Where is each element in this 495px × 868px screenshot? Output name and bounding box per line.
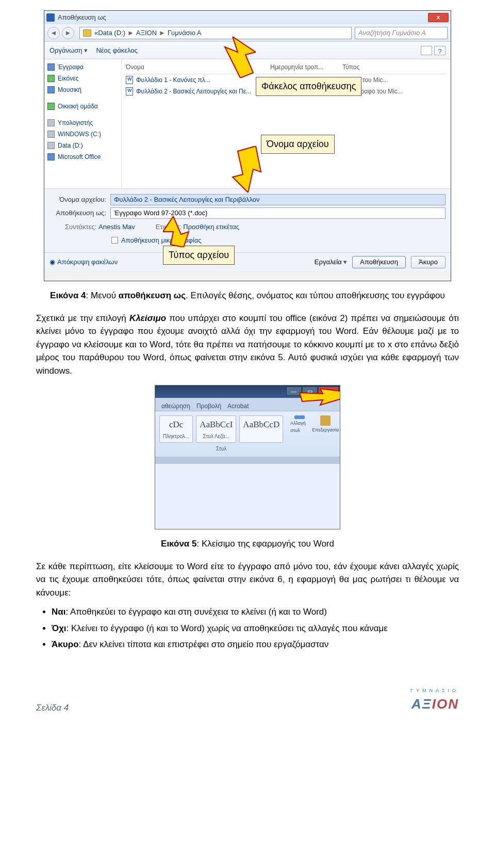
homegroup-icon <box>47 103 55 110</box>
thumbnail-checkbox[interactable] <box>111 237 118 244</box>
dialog-titlebar: Αποθήκευση ως x <box>44 11 451 24</box>
svg-marker-1 <box>233 146 261 192</box>
figure4-caption: Εικόνα 4: Μενού αποθήκευση ως. Επιλογές … <box>36 289 459 302</box>
editing-button[interactable]: Επεξεργασία <box>316 415 335 434</box>
documents-icon <box>47 63 55 71</box>
folder-icon <box>83 29 91 37</box>
dialog-title: Αποθήκευση ως <box>58 12 106 23</box>
change-styles-button[interactable]: Αλλαγή στυλ <box>290 415 309 434</box>
drive-icon <box>47 153 55 160</box>
arrow-icon <box>209 37 256 78</box>
sidebar-homegroup[interactable]: Οικιακή ομάδα <box>47 101 118 112</box>
path-drive: Data (D:) <box>98 28 125 38</box>
arrow-icon <box>300 389 340 409</box>
new-folder-button[interactable]: Νέος φάκελος <box>96 45 137 56</box>
callout-filename: Όνομα αρχείου <box>261 135 335 154</box>
help-button[interactable]: ? <box>434 46 446 55</box>
page-number: Σελίδα 4 <box>36 701 69 715</box>
callout-folder: Φάκελος αποθήκευσης <box>256 77 361 96</box>
ruler-bar <box>155 457 340 464</box>
paragraph-1: Σχετικά με την επιλογή Κλείσιμο που υπάρ… <box>36 312 459 378</box>
word-doc-icon <box>46 13 55 22</box>
col-type[interactable]: Τύπος <box>342 62 404 72</box>
editing-icon <box>320 415 331 426</box>
save-button[interactable]: Αποθήκευση <box>352 256 406 268</box>
svg-marker-2 <box>163 216 189 247</box>
list-item: Ναι: Αποθηκεύει το έγγραφο και στη συνέχ… <box>52 605 459 619</box>
svg-marker-0 <box>225 37 256 78</box>
path-folder1: ΑΞΙΟΝ <box>136 28 157 38</box>
tab-review[interactable]: αθεώρηση <box>161 401 190 411</box>
change-styles-icon <box>294 415 305 419</box>
style-option[interactable]: cDcΠληκτρολ... <box>159 415 193 443</box>
forward-button[interactable]: ► <box>62 27 74 39</box>
list-item: Όχι: Κλείνει το έγγραφο (ή και το Word) … <box>52 622 459 635</box>
view-options-button[interactable] <box>421 46 432 55</box>
style-option[interactable]: AaBbCcD <box>239 415 283 443</box>
sidebar-drive-c[interactable]: WINDOWS (C:) <box>47 128 118 140</box>
word-file-icon <box>126 87 133 95</box>
back-button[interactable]: ◄ <box>47 27 60 39</box>
dialog-buttons: ◉ Απόκρυψη φακέλων Εργαλεία ▾ Αποθήκευση… <box>44 252 451 271</box>
page-footer: Σελίδα 4 ΓΥΜΝΑΣΙΟ ΑΞΙΟΝ <box>36 682 459 715</box>
sidebar-msoffice[interactable]: Microsoft Office <box>47 151 118 163</box>
arrow-icon <box>227 146 263 192</box>
filename-label: Όνομα αρχείου: <box>50 195 106 205</box>
tab-view[interactable]: Προβολή <box>196 401 221 411</box>
authors-label: Συντάκτες: <box>65 223 96 231</box>
drive-icon <box>47 131 55 138</box>
authors-value[interactable]: Anestis Mav <box>98 223 135 231</box>
window-close-button[interactable]: x <box>428 13 449 22</box>
filetype-label: Αποθήκευση ως: <box>50 208 106 218</box>
sidebar-drive-d[interactable]: Data (D:) <box>47 140 118 151</box>
filename-input[interactable]: Φυλλάδιο 2 - Βασικές Λειτουργίες και Περ… <box>110 194 446 205</box>
arrow-icon <box>163 216 194 247</box>
style-option[interactable]: AaBbCcIΣτυλ Λεζά... <box>196 415 236 443</box>
ribbon: cDcΠληκτρολ... AaBbCcIΣτυλ Λεζά... AaBbC… <box>155 411 340 457</box>
fields-area: Όνομα αρχείου: Φυλλάδιο 2 - Βασικές Λειτ… <box>44 188 451 252</box>
callout-filetype: Τύπος αρχείου <box>163 246 235 265</box>
tools-dropdown[interactable]: Εργαλεία ▾ <box>315 257 347 267</box>
figure5-caption: Εικόνα 5: Κλείσιμο της εφαρμογής του Wor… <box>36 537 459 551</box>
organize-button[interactable]: Οργάνωση ▾ <box>50 45 88 56</box>
sidebar-documents[interactable]: Έγγραφα <box>47 61 118 73</box>
cancel-button[interactable]: Άκυρο <box>411 256 446 268</box>
word-file-icon <box>126 76 133 84</box>
svg-marker-3 <box>300 389 340 405</box>
col-date[interactable]: Ημερομηνία τροπ... <box>270 62 342 72</box>
filetype-dropdown[interactable]: Έγγραφο Word 97-2003 (*.doc) <box>110 207 446 219</box>
search-input[interactable]: Αναζήτηση Γυμνάσιο Α <box>355 27 448 39</box>
computer-icon <box>47 119 55 126</box>
group-label-styles: Στυλ <box>216 445 226 453</box>
list-item: Άκυρο: Δεν κλείνει τίποτα και επιστρέφει… <box>52 638 459 651</box>
sidebar-computer[interactable]: Υπολογιστής <box>47 117 118 128</box>
logo: ΓΥΜΝΑΣΙΟ ΑΞΙΟΝ <box>410 687 459 715</box>
drive-icon <box>47 142 55 149</box>
save-as-dialog-screenshot: Αποθήκευση ως x ◄ ► « Data (D:) ► ΑΞΙΟΝ … <box>44 10 451 281</box>
pictures-icon <box>47 75 55 82</box>
paragraph-2: Σε κάθε περίπτωση, είτε κλείσουμε το Wor… <box>36 560 459 600</box>
path-folder2: Γυμνάσιο Α <box>168 28 201 38</box>
word-close-screenshot: — ▭ x αθεώρηση Προβολή Acrobat cDcΠληκτρ… <box>155 385 340 529</box>
options-list: Ναι: Αποθηκεύει το έγγραφο και στη συνέχ… <box>52 605 459 651</box>
sidebar-music[interactable]: Μουσική <box>47 84 118 95</box>
tab-acrobat[interactable]: Acrobat <box>227 401 249 411</box>
music-icon <box>47 86 55 93</box>
sidebar: Έγγραφα Εικόνες Μουσική Οικιακή ομάδα Υπ… <box>44 59 122 188</box>
dropdown-icon: ▾ <box>84 45 88 56</box>
sidebar-pictures[interactable]: Εικόνες <box>47 73 118 84</box>
